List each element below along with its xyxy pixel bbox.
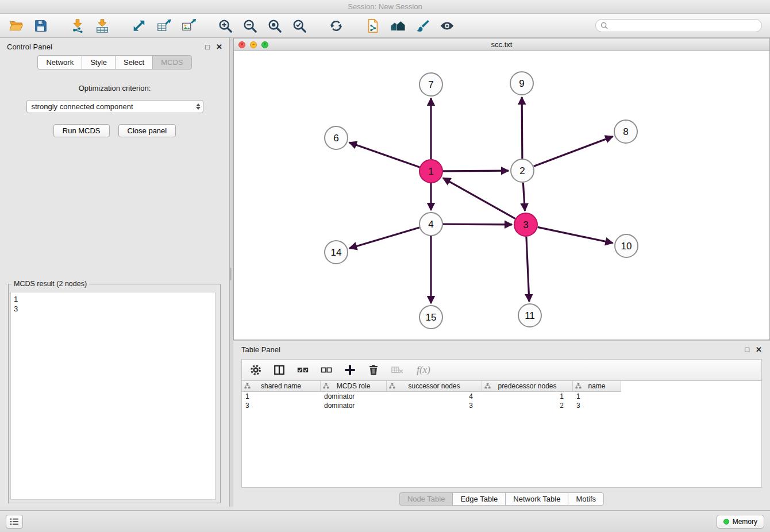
tab-motifs[interactable]: Motifs: [568, 492, 604, 506]
column-header-successor-nodes[interactable]: successor nodes: [387, 381, 482, 392]
edge-2-8[interactable]: [534, 136, 613, 166]
zoom-fit-icon[interactable]: [267, 18, 283, 34]
chevron-up-down-icon: [196, 103, 201, 110]
export-table-icon[interactable]: [156, 18, 172, 34]
column-header-predecessor-nodes[interactable]: predecessor nodes: [482, 381, 573, 392]
zoom-in-icon[interactable]: [217, 18, 233, 34]
tab-select[interactable]: Select: [115, 55, 152, 70]
add-column-icon[interactable]: [343, 363, 357, 377]
save-icon[interactable]: [33, 18, 49, 34]
control-panel: Control Panel □ ✕ NetworkStyleSelectMCDS…: [0, 38, 230, 507]
node-4[interactable]: 4: [419, 213, 442, 236]
float-icon[interactable]: □: [205, 43, 210, 51]
edge-2-9[interactable]: [522, 97, 522, 159]
column-header-name[interactable]: name: [573, 381, 621, 392]
edge-3-10[interactable]: [538, 227, 613, 243]
toolbar-group: [70, 18, 110, 34]
edge-1-6[interactable]: [349, 142, 420, 167]
close-icon[interactable]: ✕: [756, 346, 762, 353]
deselect-all-icon[interactable]: [319, 363, 333, 377]
open-folder-icon[interactable]: [8, 18, 24, 34]
split-columns-icon[interactable]: [272, 363, 286, 377]
import-network-icon[interactable]: [70, 18, 86, 34]
node-11[interactable]: 11: [518, 304, 541, 327]
memory-button[interactable]: Memory: [717, 515, 764, 529]
close-icon[interactable]: ×: [238, 41, 245, 48]
tab-edge-table[interactable]: Edge Table: [452, 492, 505, 506]
node-14[interactable]: 14: [325, 241, 348, 264]
mcds-result-list[interactable]: 13: [10, 292, 215, 500]
select-all-icon[interactable]: [296, 363, 310, 377]
network-canvas[interactable]: 7968124314101511: [234, 51, 769, 340]
toolbar-group: [8, 18, 49, 34]
tab-node-table[interactable]: Node Table: [399, 492, 453, 506]
node-8[interactable]: 8: [614, 120, 637, 143]
zoom-selected-icon[interactable]: [291, 18, 307, 34]
zoom-out-icon[interactable]: [242, 18, 258, 34]
svg-text:6: 6: [333, 133, 338, 144]
close-icon[interactable]: ✕: [216, 43, 222, 51]
node-3[interactable]: 3: [514, 213, 537, 236]
edge-4-3[interactable]: [443, 224, 512, 225]
node-10[interactable]: 10: [615, 234, 638, 257]
result-line: 3: [14, 304, 212, 314]
status-bar: Memory: [0, 510, 770, 532]
table-panel-tabs: Node TableEdge TableNetwork TableMotifs: [233, 492, 770, 506]
first-neighbors-icon[interactable]: [365, 18, 381, 34]
dropdown-value: strongly connected component: [32, 102, 133, 111]
search-box[interactable]: [595, 19, 762, 32]
column-header-MCDS-role[interactable]: MCDS role: [321, 381, 387, 392]
tab-style[interactable]: Style: [82, 55, 115, 70]
sort-hierarchy-icon: [575, 383, 582, 389]
edge-4-14[interactable]: [349, 228, 419, 248]
svg-text:15: 15: [426, 312, 437, 323]
zoom-icon[interactable]: +: [261, 41, 268, 48]
table-row[interactable]: 1dominator411: [242, 392, 761, 401]
tab-network-table[interactable]: Network Table: [505, 492, 568, 506]
run-mcds-button[interactable]: Run MCDS: [53, 124, 110, 137]
apply-style-icon[interactable]: [414, 18, 430, 34]
network-window-titlebar: scc.txt × − +: [234, 38, 769, 51]
node-7[interactable]: 7: [419, 73, 442, 96]
node-6[interactable]: 6: [325, 126, 348, 149]
table-cell: 3: [573, 401, 621, 410]
task-history-button[interactable]: [6, 515, 23, 529]
home-icon[interactable]: [390, 18, 406, 34]
sort-hierarchy-icon: [484, 383, 491, 389]
table-row[interactable]: 3dominator323: [242, 401, 761, 410]
export-image-icon[interactable]: [180, 18, 197, 34]
main-toolbar-groups: [8, 18, 476, 34]
optimization-dropdown[interactable]: strongly connected component: [26, 100, 203, 113]
table-cell: 1: [573, 392, 621, 401]
network-arrows-icon[interactable]: [131, 18, 147, 34]
minimize-icon[interactable]: −: [250, 41, 257, 48]
node-1[interactable]: 1: [419, 160, 442, 183]
gear-icon[interactable]: [249, 363, 263, 377]
tab-mcds[interactable]: MCDS: [152, 55, 191, 70]
node-2[interactable]: 2: [511, 159, 534, 182]
refresh-icon[interactable]: [328, 18, 344, 34]
control-panel-tabs: NetworkStyleSelectMCDS: [0, 55, 229, 70]
tab-network[interactable]: Network: [37, 55, 82, 70]
edge-3-1[interactable]: [443, 178, 515, 219]
import-table-icon[interactable]: [94, 18, 110, 34]
edge-3-11[interactable]: [526, 237, 529, 302]
sort-hierarchy-icon: [389, 383, 395, 389]
control-panel-header: Control Panel □ ✕: [0, 38, 229, 55]
function-builder-icon[interactable]: f(x): [414, 363, 433, 377]
edge-2-3[interactable]: [523, 183, 525, 211]
network-window: scc.txt × − + 7968124314101511: [233, 38, 770, 340]
show-hide-icon[interactable]: [439, 18, 455, 34]
delete-column-icon[interactable]: [367, 363, 380, 377]
column-header-shared-name[interactable]: shared name: [242, 381, 321, 392]
edge-1-2[interactable]: [443, 171, 509, 171]
table-cell: 1: [242, 392, 321, 401]
search-input[interactable]: [611, 22, 757, 30]
float-icon[interactable]: □: [745, 346, 749, 353]
close-panel-button[interactable]: Close panel: [118, 124, 176, 137]
delete-table-icon[interactable]: [390, 363, 404, 377]
svg-text:4: 4: [428, 219, 433, 230]
node-15[interactable]: 15: [419, 306, 442, 329]
node-9[interactable]: 9: [510, 72, 533, 95]
list-icon: [10, 518, 19, 526]
